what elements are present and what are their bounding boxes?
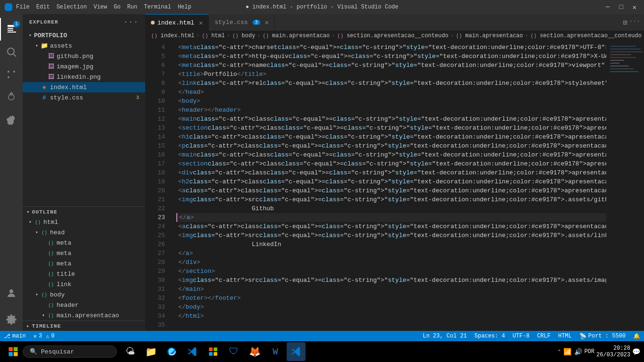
bc-html[interactable]: html [211,33,225,39]
code-line-9[interactable]: </head> [176,88,606,97]
cursor-position[interactable]: Ln 23, Col 21 [419,333,471,339]
code-line-18[interactable]: <div class="c-attr">classclass="c-equal"… [176,168,606,177]
menu-view[interactable]: View [93,4,107,10]
notifications-bell[interactable]: 🔔 [629,333,644,340]
systray-expand[interactable]: ⌃ [558,349,561,354]
taskbar-weather[interactable]: 🌤 [121,342,140,361]
notification-icon[interactable]: 💬 [632,348,640,356]
outline-header[interactable]: ▾ OUTLINE [23,207,145,217]
menu-file[interactable]: File [16,4,30,10]
activity-debug[interactable] [0,86,23,108]
tree-imagem-jpg[interactable]: ▸ 🖼 imagem.jpg [23,61,145,72]
activity-search[interactable] [0,41,23,63]
activity-settings[interactable] [0,308,23,331]
taskbar-vscode2[interactable] [287,342,305,361]
code-line-34[interactable]: </html> [176,312,606,321]
encoding[interactable]: UTF-8 [509,333,533,339]
network-icon[interactable]: 📶 [563,348,571,356]
menu-terminal[interactable]: Terminal [144,4,171,10]
port-status[interactable]: 📡 Port : 5500 [576,333,629,340]
outline-body[interactable]: ▾ ⟨⟩ body [23,289,145,300]
tree-style-css[interactable]: ▸ # style.css 3 [23,92,145,103]
code-line-4[interactable]: <meta class="c-attr">charsetclass="c-equ… [176,43,606,52]
code-line-10[interactable]: <body> [176,97,606,106]
outline-title[interactable]: ▸ ⟨⟩ title [23,269,145,279]
volume-icon[interactable]: 🔊 [574,348,582,356]
maximize-button[interactable]: □ [616,2,626,12]
css-tab-close[interactable]: ✕ [265,18,269,26]
bc-body[interactable]: body [242,33,256,39]
tab-more-icon[interactable]: ··· [629,18,640,27]
taskbar-edge[interactable] [162,342,181,361]
activity-extensions[interactable] [0,108,23,131]
taskbar-vscode[interactable] [183,342,202,361]
outline-link[interactable]: ▸ ⟨⟩ link [23,279,145,289]
taskbar-clock[interactable]: 20:28 26/03/2023 [596,345,630,358]
taskbar-microsoftstore[interactable] [204,342,223,361]
code-line-8[interactable]: <link class="c-attr">relclass="c-equal">… [176,79,606,88]
code-line-15[interactable]: <p class="c-attr">classclass="c-equal">=… [176,141,606,150]
taskbar-search-box[interactable]: 🔍 Pesquisar [23,346,117,358]
bc-section2[interactable]: section.apresentacao__conteudo [540,33,642,39]
close-button[interactable]: ✕ [630,2,639,12]
tab-layout-icon[interactable]: ⊞ [623,18,627,27]
outline-html[interactable]: ▾ ⟨⟩ html [23,217,145,227]
taskbar-malwarebytes[interactable]: 🛡 [224,342,243,361]
tab-close-btn[interactable]: ✕ [199,19,203,27]
minimize-button[interactable]: ─ [603,2,612,12]
code-line-11[interactable]: <header></header> [176,106,606,115]
bc-section1[interactable]: section.apresentacao__conteudo [347,33,448,39]
code-line-22[interactable]: Github [176,204,606,213]
git-branch[interactable]: ⎇ main [0,333,30,340]
code-line-26[interactable]: LinkedIn [176,240,606,249]
code-line-5[interactable]: <meta class="c-attr">http-equivclass="c-… [176,52,606,61]
code-line-13[interactable]: <section class="c-attr">classclass="c-eq… [176,123,606,132]
code-line-20[interactable]: <a class="c-attr">classclass="c-equal">=… [176,186,606,195]
tree-portfolio[interactable]: ▾ PORTFOLIO [23,30,145,41]
tab-index-html[interactable]: index.html ✕ [145,14,209,31]
code-line-7[interactable]: <title>Portfólio</title> [176,70,606,79]
code-line-30[interactable]: <img class="c-attr">srcclass="c-equal">=… [176,276,606,285]
code-line-27[interactable]: </a> [176,249,606,258]
eol[interactable]: CRLF [533,333,554,339]
menu-run[interactable]: Run [127,4,138,10]
error-count[interactable]: ✕ 3 ⚠ 0 [30,333,58,340]
timeline-header[interactable]: ▸ TIMELINE [23,321,145,331]
code-line-19[interactable]: <h2 class="c-attr">classclass="c-equal">… [176,177,606,186]
code-line-12[interactable]: <main class="c-attr">classclass="c-equal… [176,115,606,123]
code-line-17[interactable]: <section class="c-attr">classclass="c-eq… [176,159,606,168]
taskbar-word[interactable]: W [266,342,285,361]
outline-meta3[interactable]: ▸ ⟨⟩ meta [23,258,145,269]
activity-explorer[interactable]: 1 [0,18,23,41]
tree-github-png[interactable]: ▸ 🖼 github.png [23,51,145,61]
start-button[interactable] [4,342,23,361]
explorer-actions[interactable]: ··· [124,18,139,26]
code-line-21[interactable]: <img class="c-attr">srcclass="c-equal">=… [176,195,606,204]
activity-account[interactable] [0,282,23,304]
code-line-24[interactable]: <a class="c-attr">classclass="c-equal">=… [176,222,606,231]
code-line-28[interactable]: </div> [176,258,606,267]
outline-head[interactable]: ▾ ⟨⟩ head [23,227,145,238]
taskbar-explorer[interactable]: 📁 [141,342,160,361]
language-mode[interactable]: HTML [554,333,576,339]
tab-style-css[interactable]: style.css 3 ✕ [209,14,275,31]
menu-go[interactable]: Go [114,4,120,10]
activity-git[interactable] [0,63,23,86]
code-line-31[interactable]: </main> [176,285,606,294]
tree-index-html[interactable]: ▸ ◈ index.html [23,82,145,92]
language-indicator[interactable]: POR [584,348,594,355]
outline-meta2[interactable]: ▸ ⟨⟩ meta [23,248,145,258]
code-line-14[interactable]: <h1 class="c-attr">classclass="c-equal">… [176,132,606,141]
code-line-35[interactable] [176,321,606,329]
code-line-32[interactable]: <footer></footer> [176,294,606,303]
tree-linkedin-png[interactable]: ▸ 🖼 linkedin.png [23,72,145,82]
code-line-33[interactable]: </body> [176,303,606,312]
menu-help[interactable]: Help [178,4,191,10]
bc-main1[interactable]: main.apresentacao [272,33,330,39]
code-line-23[interactable]: </a> [176,213,606,222]
code-area[interactable]: <meta class="c-attr">charsetclass="c-equ… [169,41,606,331]
outline-header[interactable]: ▸ ⟨⟩ header [23,300,145,310]
indentation[interactable]: Spaces: 4 [471,333,509,339]
menu-edit[interactable]: Edit [36,4,50,10]
taskbar-firefox[interactable]: 🦊 [245,342,264,361]
